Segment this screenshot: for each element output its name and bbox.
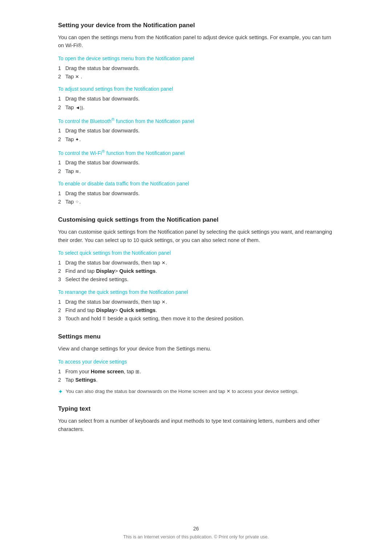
list-item: 2Tap Settings.: [58, 376, 334, 384]
subsection-access-settings: To access your device settings 1From you…: [58, 359, 334, 384]
section-title-customising: Customising quick settings from the Noti…: [58, 216, 334, 223]
subsection-open-device-settings: To open the device settings menu from th…: [58, 56, 334, 81]
section-intro-settings-menu: View and change settings for your device…: [58, 345, 334, 353]
steps-open-device: 1Drag the status bar downwards. 2Tap ✕ .: [58, 64, 334, 81]
list-item: 1Drag the status bar downwards.: [58, 64, 334, 73]
list-item: 1From your Home screen, tap ⊞.: [58, 368, 334, 376]
page-footer: 26 This is an Internet version of this p…: [0, 526, 392, 539]
list-item: 1Drag the status bar downwards, then tap…: [58, 298, 334, 306]
list-item: 3Select the desired settings.: [58, 275, 334, 284]
subsection-heading-access: To access your device settings: [58, 359, 334, 365]
steps-rearrange: 1Drag the status bar downwards, then tap…: [58, 298, 334, 323]
footer-note: This is an Internet version of this publ…: [0, 534, 392, 539]
list-item: 1Drag the status bar downwards, then tap…: [58, 259, 334, 267]
tip-box: ✦ You can also drag the status bar downw…: [58, 388, 334, 395]
subsection-wifi: To control the Wi-Fi® function from the …: [58, 149, 334, 176]
subsection-select-quick: To select quick settings from the Notifi…: [58, 250, 334, 284]
section-typing-text: Typing text You can select from a number…: [58, 405, 334, 433]
list-item: 2Find and tap Display> Quick settings.: [58, 306, 334, 315]
list-item: 2Tap ⁘.: [58, 198, 334, 206]
subsection-heading-data: To enable or disable data traffic from t…: [58, 181, 334, 186]
section-customising-quick: Customising quick settings from the Noti…: [58, 216, 334, 323]
list-item: 2Tap ◄)).: [58, 103, 334, 112]
tip-icon: ✦: [58, 388, 63, 395]
subsection-heading-wifi: To control the Wi-Fi® function from the …: [58, 149, 334, 156]
subsection-heading-open: To open the device settings menu from th…: [58, 56, 334, 61]
list-item: 1Drag the status bar downwards.: [58, 189, 334, 198]
steps-wifi: 1Drag the status bar downwards. 2Tap ≋.: [58, 159, 334, 175]
list-item: 3Touch and hold ⠿ beside a quick setting…: [58, 315, 334, 323]
subsection-heading-select-quick: To select quick settings from the Notifi…: [58, 250, 334, 256]
subsection-bluetooth: To control the Bluetooth® function from …: [58, 117, 334, 144]
section-intro-typing: You can select from a number of keyboard…: [58, 417, 334, 433]
list-item: 1Drag the status bar downwards.: [58, 159, 334, 167]
steps-sound: 1Drag the status bar downwards. 2Tap ◄))…: [58, 95, 334, 111]
page-number: 26: [0, 526, 392, 532]
subsection-heading-sound: To adjust sound settings from the Notifi…: [58, 86, 334, 92]
subsection-heading-bluetooth: To control the Bluetooth® function from …: [58, 117, 334, 124]
steps-bluetooth: 1Drag the status bar downwards. 2Tap ✦.: [58, 127, 334, 143]
section-intro-setting: You can open the settings menu from the …: [58, 33, 334, 50]
list-item: 2Tap ✕ .: [58, 73, 334, 81]
subsection-rearrange-quick: To rearrange the quick settings from the…: [58, 289, 334, 323]
tip-text: You can also drag the status bar downwar…: [66, 388, 299, 395]
list-item: 2Find and tap Display> Quick settings.: [58, 267, 334, 275]
section-title-typing: Typing text: [58, 405, 334, 413]
section-settings-menu: Settings menu View and change settings f…: [58, 333, 334, 395]
subsection-adjust-sound: To adjust sound settings from the Notifi…: [58, 86, 334, 111]
list-item: 1Drag the status bar downwards.: [58, 95, 334, 103]
subsection-data-traffic: To enable or disable data traffic from t…: [58, 181, 334, 206]
steps-access: 1From your Home screen, tap ⊞. 2Tap Sett…: [58, 368, 334, 384]
list-item: 1Drag the status bar downwards.: [58, 127, 334, 135]
section-intro-customising: You can customise quick settings from th…: [58, 228, 334, 244]
steps-data: 1Drag the status bar downwards. 2Tap ⁘.: [58, 189, 334, 206]
subsection-heading-rearrange: To rearrange the quick settings from the…: [58, 289, 334, 295]
list-item: 2Tap ✦.: [58, 135, 334, 144]
section-title-settings-menu: Settings menu: [58, 333, 334, 340]
steps-select-quick: 1Drag the status bar downwards, then tap…: [58, 259, 334, 284]
list-item: 2Tap ≋.: [58, 167, 334, 176]
section-title-setting: Setting your device from the Notificatio…: [58, 22, 334, 29]
page-container: Setting your device from the Notificatio…: [0, 0, 392, 554]
section-setting-notification: Setting your device from the Notificatio…: [58, 22, 334, 206]
